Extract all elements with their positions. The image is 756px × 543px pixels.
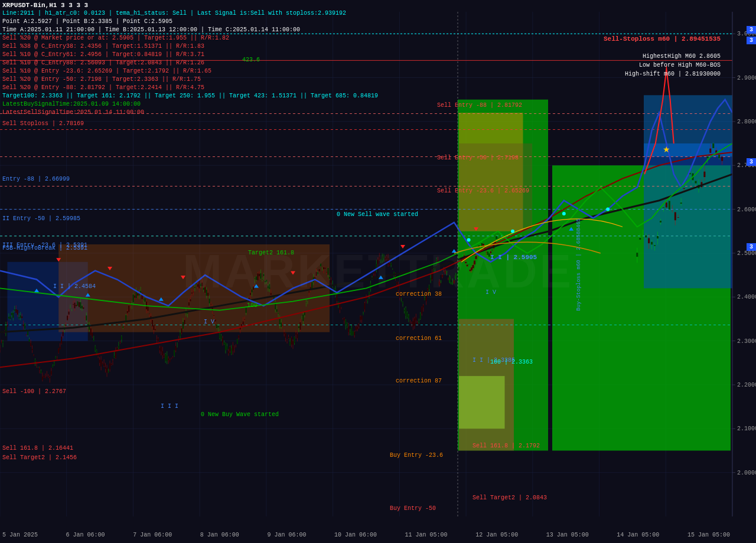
chart-container: XRPUSDT-Bin,H1 3 3 3 3 Line:2911 | h1_at… — [0, 0, 756, 543]
main-chart-canvas — [0, 0, 756, 543]
